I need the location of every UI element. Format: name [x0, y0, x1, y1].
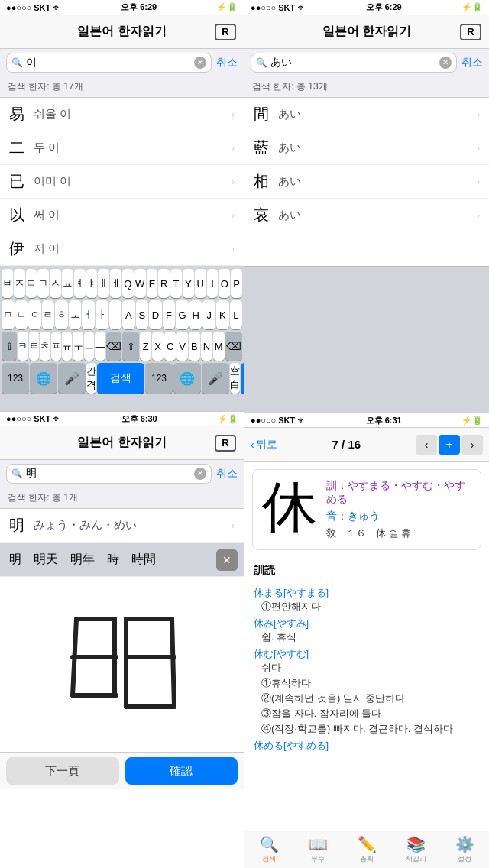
key-N[interactable]: N	[201, 332, 212, 361]
mic-btn-left[interactable]: 🎤	[58, 363, 86, 394]
mic-btn-right[interactable]: 🎤	[202, 363, 229, 394]
search-input-bl[interactable]	[26, 468, 191, 480]
globe-btn-right[interactable]: 🌐	[173, 363, 201, 394]
key-A[interactable]: A	[122, 300, 135, 329]
clear-btn-left[interactable]: ✕	[194, 57, 206, 69]
candidate-明[interactable]: 明	[6, 549, 24, 571]
key-F[interactable]: F	[163, 300, 176, 329]
list-item[interactable]: 易 쉬울 이 ›	[0, 98, 244, 131]
key-ㅎ[interactable]: ㅎ	[55, 300, 68, 329]
tab-settings[interactable]: ⚙️ 설정	[440, 831, 489, 868]
key-H[interactable]: H	[189, 300, 202, 329]
search-input-wrap-left[interactable]: 🔍 ✕	[6, 53, 212, 73]
tab-radical[interactable]: 📖 부수	[293, 831, 342, 868]
list-item[interactable]: 哀 あい ›	[244, 199, 489, 232]
key-ㄴ[interactable]: ㄴ	[15, 300, 28, 329]
key-I[interactable]: I	[207, 269, 219, 298]
key-Y[interactable]: Y	[183, 269, 194, 298]
candidate-明天[interactable]: 明天	[31, 549, 61, 571]
clear-btn-bl[interactable]: ✕	[194, 468, 206, 480]
list-item[interactable]: 藍 あい ›	[244, 131, 489, 165]
key-ㄱ[interactable]: ㄱ	[37, 269, 49, 298]
candidate-明年[interactable]: 明年	[67, 549, 98, 571]
key-ㅔ[interactable]: ㅔ	[110, 269, 121, 298]
key-R[interactable]: R	[158, 269, 170, 298]
list-item-bl[interactable]: 明 みょう・みん・めい ›	[0, 509, 244, 542]
key-ㅂ[interactable]: ㅂ	[2, 269, 13, 298]
key-Q[interactable]: Q	[122, 269, 134, 298]
key-ㅈ[interactable]: ㅈ	[14, 269, 25, 298]
delete-btn-left[interactable]: ⌫	[106, 332, 121, 361]
space-btn-right[interactable]: 空白	[230, 363, 240, 394]
key-T[interactable]: T	[170, 269, 182, 298]
key-ㅁ[interactable]: ㅁ	[2, 300, 15, 329]
nav-add-btn[interactable]: +	[439, 435, 460, 455]
num-btn-left[interactable]: 123	[2, 363, 29, 394]
candidate-時[interactable]: 時	[104, 549, 122, 571]
key-ㅐ[interactable]: ㅐ	[98, 269, 109, 298]
candidate-delete-btn[interactable]: ✕	[216, 549, 238, 571]
delete-btn-right[interactable]: ⌫	[225, 332, 242, 361]
shift-btn-right[interactable]: ⇧	[122, 332, 139, 361]
nav-back-btn[interactable]: ‹ 뒤로	[251, 438, 277, 452]
key-W[interactable]: W	[134, 269, 146, 298]
search-input-wrap-bl[interactable]: 🔍 ✕	[6, 464, 212, 484]
key-B[interactable]: B	[189, 332, 200, 361]
clear-btn-right[interactable]: ✕	[439, 57, 452, 69]
cancel-btn-bl[interactable]: 취소	[216, 467, 238, 481]
shift-btn-left[interactable]: ⇧	[2, 332, 17, 361]
key-L[interactable]: L	[230, 300, 243, 329]
list-item[interactable]: 已 이미 이 ›	[0, 165, 244, 199]
key-dash[interactable]: —	[95, 332, 105, 361]
nav-next-btn[interactable]: ›	[461, 435, 483, 455]
key-ㅕ[interactable]: ㅕ	[74, 269, 86, 298]
key-ㅛ[interactable]: ㅛ	[62, 269, 73, 298]
key-ㅇ[interactable]: ㅇ	[28, 300, 41, 329]
key-ㅠ[interactable]: ㅠ	[62, 332, 72, 361]
handwriting-area[interactable]	[0, 576, 244, 752]
space-btn-left[interactable]: 간격	[86, 363, 96, 394]
key-V[interactable]: V	[176, 332, 188, 361]
key-C[interactable]: C	[164, 332, 176, 361]
search-btn-left[interactable]: 검색	[97, 363, 144, 394]
key-ㅣ[interactable]: ㅣ	[109, 300, 122, 329]
tab-stroke[interactable]: ✏️ 총획	[342, 831, 391, 868]
def-link-1[interactable]: 休み[やすみ]	[254, 617, 480, 630]
list-item[interactable]: 二 두 이 ›	[0, 131, 244, 165]
search-input-right[interactable]	[270, 57, 436, 69]
key-ㅑ[interactable]: ㅑ	[86, 269, 98, 298]
confirm-btn[interactable]: 確認	[125, 757, 238, 785]
globe-btn-left[interactable]: 🌐	[30, 363, 57, 394]
def-link-2[interactable]: 休む[やすむ]	[254, 647, 480, 661]
list-item[interactable]: 伊 저 이 ›	[0, 232, 244, 266]
search-input-wrap-right[interactable]: 🔍 ✕	[251, 53, 457, 73]
key-ㅜ[interactable]: ㅜ	[73, 332, 83, 361]
key-G[interactable]: G	[176, 300, 189, 329]
tab-bookmark[interactable]: 📚 책갈피	[391, 831, 440, 868]
page-btn[interactable]: 下一頁	[6, 757, 119, 785]
key-ㅡ[interactable]: ㅡ	[84, 332, 94, 361]
key-E[interactable]: E	[147, 269, 158, 298]
key-ㅏ[interactable]: ㅏ	[96, 300, 108, 329]
key-S[interactable]: S	[136, 300, 149, 329]
nav-prev-btn[interactable]: ‹	[416, 435, 437, 455]
key-ㄷ[interactable]: ㄷ	[26, 269, 37, 298]
key-ㅍ[interactable]: ㅍ	[51, 332, 61, 361]
key-K[interactable]: K	[216, 300, 229, 329]
cancel-btn-left[interactable]: 취소	[216, 56, 238, 70]
key-P[interactable]: P	[231, 269, 242, 298]
key-M[interactable]: M	[213, 332, 225, 361]
key-ㄹ[interactable]: ㄹ	[42, 300, 55, 329]
list-item[interactable]: 以 써 이 ›	[0, 199, 244, 232]
key-ㅌ[interactable]: ㅌ	[29, 332, 39, 361]
key-D[interactable]: D	[149, 300, 162, 329]
key-ㅅ[interactable]: ㅅ	[50, 269, 61, 298]
key-ㅊ[interactable]: ㅊ	[40, 332, 50, 361]
search-input-left[interactable]	[26, 57, 191, 69]
candidate-時間[interactable]: 時間	[128, 549, 159, 571]
key-U[interactable]: U	[195, 269, 206, 298]
key-Z[interactable]: Z	[140, 332, 151, 361]
def-link-3[interactable]: 休める[やすめる]	[254, 739, 480, 753]
key-O[interactable]: O	[219, 269, 230, 298]
list-item[interactable]: 間 あい ›	[244, 98, 489, 131]
